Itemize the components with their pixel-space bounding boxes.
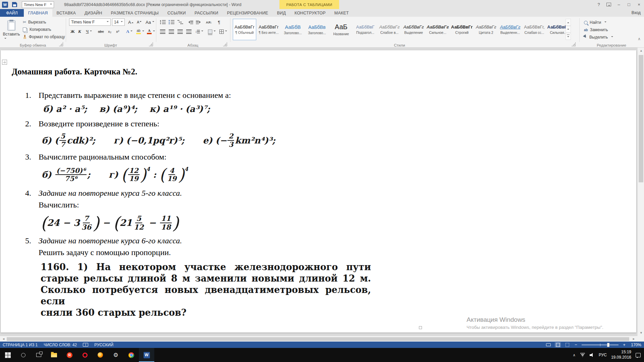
- font-color-button[interactable]: А: [146, 28, 156, 35]
- style-item[interactable]: АаБбВвГг¶ Обычный: [233, 19, 256, 40]
- zoom-level[interactable]: 170%: [630, 343, 641, 347]
- tab-table-layout[interactable]: МАКЕТ: [330, 9, 353, 17]
- action-center-icon[interactable]: [636, 353, 641, 357]
- tab-references[interactable]: ССЫЛКИ: [163, 9, 190, 17]
- style-item[interactable]: АаБбВвГгЦитата 2: [474, 19, 498, 40]
- task-view-button[interactable]: [31, 348, 46, 362]
- copy-button[interactable]: Копировать: [21, 26, 66, 33]
- settings-button[interactable]: ⚙: [108, 348, 123, 362]
- decrease-indent-button[interactable]: [186, 18, 194, 26]
- vertical-scrollbar[interactable]: ▲ ▼: [637, 48, 644, 336]
- zoom-slider[interactable]: [582, 345, 619, 345]
- maximize-button[interactable]: □: [624, 0, 634, 9]
- file-explorer-button[interactable]: [46, 348, 62, 362]
- superscript-button[interactable]: x²: [115, 28, 121, 35]
- word-count-indicator[interactable]: ЧИСЛО СЛОВ: 42: [44, 343, 77, 347]
- help-button[interactable]: ?: [594, 0, 604, 9]
- collapse-ribbon-button[interactable]: ∧: [638, 37, 641, 41]
- clock[interactable]: 15:19 19.09.2016: [611, 350, 631, 360]
- align-right-button[interactable]: [176, 28, 184, 35]
- minimize-button[interactable]: –: [614, 0, 624, 9]
- tab-file[interactable]: ФАЙЛ: [0, 9, 24, 17]
- sign-in-link[interactable]: Вход: [632, 10, 641, 15]
- clipboard-dialog-launcher[interactable]: [59, 42, 63, 46]
- align-left-button[interactable]: [159, 28, 167, 35]
- style-item[interactable]: АаБбВвГг,Слабая сс...: [523, 19, 546, 40]
- replace-button[interactable]: abЗаменить: [583, 26, 609, 34]
- increase-indent-button[interactable]: [195, 18, 203, 26]
- shading-button[interactable]: [207, 28, 216, 35]
- table-move-handle[interactable]: [2, 60, 7, 65]
- web-layout-button[interactable]: [564, 342, 570, 347]
- style-item[interactable]: АаБбВвГгСильное...: [426, 19, 449, 40]
- borders-button[interactable]: [218, 28, 228, 35]
- tab-review[interactable]: РЕЦЕНЗИРОВАНИЕ: [223, 9, 273, 17]
- styles-scroll-up-button[interactable]: [566, 19, 571, 26]
- zoom-out-button[interactable]: −: [574, 342, 578, 347]
- show-paragraph-marks-button[interactable]: ¶: [215, 18, 223, 26]
- horizontal-scrollbar[interactable]: ◄ ►: [0, 336, 637, 342]
- align-center-button[interactable]: [167, 28, 175, 35]
- scroll-left-arrow[interactable]: ◄: [2, 336, 5, 342]
- cut-button[interactable]: ✂Вырезать: [21, 18, 66, 26]
- styles-more-button[interactable]: [566, 33, 571, 40]
- font-dialog-launcher[interactable]: [149, 42, 153, 46]
- chrome-button[interactable]: [123, 348, 139, 362]
- tab-home[interactable]: ГЛАВНАЯ: [24, 9, 52, 17]
- close-button[interactable]: ×: [634, 0, 644, 9]
- numbering-button[interactable]: [167, 18, 175, 26]
- style-item[interactable]: АаБбВвГПодзагол...: [354, 19, 377, 40]
- search-button[interactable]: [15, 348, 31, 362]
- bullets-button[interactable]: [159, 18, 167, 26]
- opera-button[interactable]: [77, 348, 93, 362]
- style-item[interactable]: АаБбВвЗаголово...: [305, 19, 329, 40]
- tray-chevron-icon[interactable]: ∧: [573, 353, 576, 357]
- firefox-button[interactable]: [93, 348, 108, 362]
- page-indicator[interactable]: СТРАНИЦА 1 ИЗ 1: [3, 343, 38, 347]
- horizontal-scroll-thumb[interactable]: [7, 337, 629, 341]
- read-mode-button[interactable]: [545, 342, 551, 347]
- font-size-select[interactable]: 14: [112, 18, 125, 26]
- style-item[interactable]: АаБбВвГг¶ Без инте...: [257, 19, 280, 40]
- start-button[interactable]: [0, 348, 15, 362]
- tab-mailings[interactable]: РАССЫЛКИ: [190, 9, 223, 17]
- bold-button[interactable]: Ж: [69, 28, 76, 35]
- strikethrough-button[interactable]: abc: [97, 28, 105, 35]
- scroll-right-arrow[interactable]: ►: [632, 336, 635, 342]
- subscript-button[interactable]: x₂: [107, 28, 113, 35]
- vertical-scroll-thumb[interactable]: [639, 55, 643, 182]
- styles-scroll-down-button[interactable]: [566, 26, 571, 33]
- multilevel-list-button[interactable]: [176, 18, 184, 26]
- tab-page-layout[interactable]: РАЗМЕТКА СТРАНИЦЫ: [107, 9, 163, 17]
- sort-button[interactable]: АЯ↓: [205, 18, 213, 26]
- scroll-down-arrow[interactable]: ▼: [640, 331, 643, 335]
- font-family-select[interactable]: Times New F: [69, 18, 111, 26]
- word-taskbar-button[interactable]: W: [139, 348, 154, 362]
- tab-insert[interactable]: ВСТАВКА: [52, 9, 80, 17]
- style-item[interactable]: АаБбВвГгСтрогий: [450, 19, 474, 40]
- line-spacing-button[interactable]: ↕: [194, 28, 204, 35]
- highlight-color-button[interactable]: ab: [135, 28, 146, 35]
- styles-dialog-launcher[interactable]: [572, 42, 576, 46]
- ribbon-display-options-button[interactable]: [604, 0, 614, 9]
- yandex-browser-button[interactable]: Я: [62, 348, 77, 362]
- style-item[interactable]: АаБбВвГгСлабое в...: [378, 19, 401, 40]
- save-button[interactable]: [12, 2, 17, 7]
- zoom-in-button[interactable]: +: [622, 342, 627, 347]
- volume-icon[interactable]: [590, 353, 594, 357]
- tab-table-design[interactable]: КОНСТРУКТОР: [290, 9, 330, 17]
- style-item[interactable]: АаБНазвание: [329, 19, 353, 40]
- style-item[interactable]: АаБбВЗаголово...: [281, 19, 305, 40]
- shrink-font-button[interactable]: А: [136, 18, 143, 26]
- document-page[interactable]: Домашняя работа. Карточка №2. 1. Предста…: [1, 50, 636, 333]
- paragraph-dialog-launcher[interactable]: [223, 42, 227, 46]
- tab-design[interactable]: ДИЗАЙН: [80, 9, 107, 17]
- find-button[interactable]: Найти: [583, 19, 608, 26]
- select-button[interactable]: Выделить: [583, 34, 614, 41]
- print-layout-button[interactable]: [555, 342, 561, 347]
- proofing-book-icon[interactable]: [83, 343, 88, 347]
- justify-button[interactable]: [185, 28, 193, 35]
- zoom-slider-thumb[interactable]: [607, 343, 609, 347]
- italic-button[interactable]: К: [77, 28, 83, 35]
- paste-button[interactable]: Вставить: [3, 18, 20, 44]
